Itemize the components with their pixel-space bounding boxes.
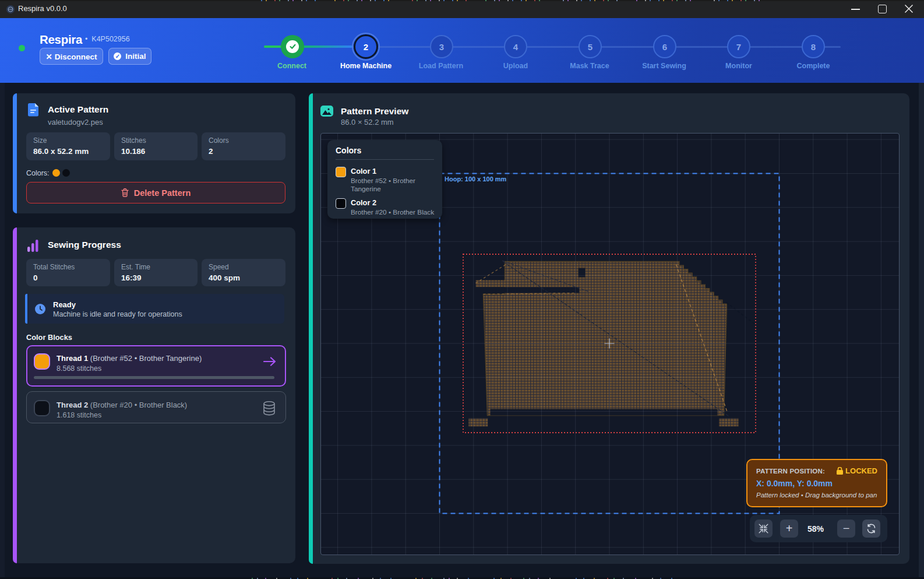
- svg-text:Hoop: 100 x 100 mm: Hoop: 100 x 100 mm: [445, 176, 507, 183]
